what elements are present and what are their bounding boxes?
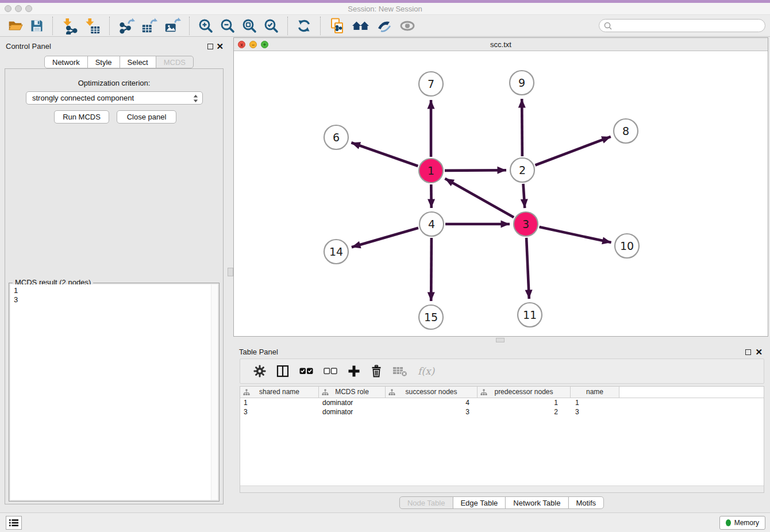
- open-session-button[interactable]: [7, 17, 24, 35]
- trash-icon: [371, 365, 382, 377]
- graph-edge-3-1[interactable]: [445, 179, 514, 217]
- home-network-button[interactable]: [352, 17, 370, 35]
- tab-select[interactable]: Select: [120, 56, 156, 68]
- float-table-panel-icon[interactable]: [745, 349, 751, 355]
- column-label: shared name: [259, 388, 299, 396]
- optimization-criterion-label: Optimization criterion:: [5, 79, 223, 87]
- tab-network[interactable]: Network: [44, 56, 88, 68]
- table-horizontal-scrollbar[interactable]: [240, 485, 764, 492]
- vertical-splitter-handle[interactable]: [228, 268, 233, 276]
- optimization-criterion-select[interactable]: strongly connected component: [26, 91, 203, 105]
- tab-network-table[interactable]: Network Table: [505, 496, 568, 509]
- select-all-button[interactable]: [299, 362, 313, 380]
- graph-edge-4-15[interactable]: [431, 238, 432, 301]
- graph-edge-3-10[interactable]: [539, 227, 611, 242]
- split-columns-icon: [276, 365, 289, 377]
- close-table-panel-icon[interactable]: ✕: [755, 348, 763, 356]
- close-panel-icon[interactable]: ✕: [216, 43, 224, 51]
- apply-layout-button[interactable]: [296, 17, 312, 35]
- hierarchy-icon: [243, 389, 250, 396]
- copy-network-button[interactable]: [329, 17, 346, 35]
- table-cell: 3: [571, 407, 619, 417]
- search-input[interactable]: [599, 19, 765, 32]
- export-table-button[interactable]: [141, 17, 158, 35]
- tab-mcds[interactable]: MCDS: [156, 56, 194, 68]
- hierarchy-icon: [480, 389, 487, 396]
- network-frame-titlebar[interactable]: x – + scc.txt: [234, 38, 768, 51]
- search-icon: [603, 21, 613, 30]
- network-canvas-svg[interactable]: 1234678910111415: [234, 51, 768, 336]
- horizontal-splitter-handle[interactable]: [496, 338, 505, 342]
- graph-node-label: 8: [622, 125, 629, 137]
- graph-edge-3-11[interactable]: [526, 238, 529, 299]
- import-network-icon: [61, 17, 78, 34]
- mcds-result-area[interactable]: 1 3: [10, 284, 218, 500]
- column-header-shared-name[interactable]: shared name: [240, 387, 319, 398]
- memory-button[interactable]: Memory: [719, 516, 765, 530]
- zoom-out-button[interactable]: [220, 17, 236, 35]
- graph-node-label: 9: [518, 76, 525, 89]
- column-label: predecessor nodes: [494, 388, 553, 396]
- task-history-button[interactable]: [6, 516, 22, 530]
- copy-network-icon: [329, 17, 346, 34]
- save-disk-icon: [29, 18, 44, 33]
- zoom-in-button[interactable]: [198, 17, 214, 35]
- graph-edge-1-6[interactable]: [351, 142, 418, 166]
- refresh-icon: [296, 18, 312, 34]
- graph-node-label: 1: [428, 164, 434, 177]
- graph-node-label: 14: [329, 245, 343, 258]
- zoom-fit-icon: [241, 18, 257, 34]
- close-panel-button[interactable]: Close panel: [117, 110, 176, 124]
- toolbar-search: [599, 19, 765, 32]
- save-session-button[interactable]: [29, 17, 44, 35]
- network-view-frame: x – + scc.txt 1234678910111415: [233, 37, 768, 337]
- column-header-mcds-role[interactable]: MCDS role: [319, 387, 386, 398]
- graph-edge-1-2[interactable]: [445, 170, 506, 171]
- hierarchy-icon: [388, 389, 395, 396]
- toolbar-separator: [320, 17, 321, 35]
- graph-node-label: 6: [333, 131, 340, 144]
- run-mcds-button[interactable]: Run MCDS: [54, 110, 109, 124]
- graph-node-label: 11: [523, 309, 537, 321]
- table-panel: Table Panel ✕: [233, 342, 770, 512]
- zoom-selected-button[interactable]: [263, 17, 279, 35]
- split-columns-button[interactable]: [276, 362, 289, 380]
- float-panel-icon[interactable]: [207, 44, 213, 49]
- table-row[interactable]: 1dominator411: [240, 398, 764, 407]
- column-header-successor-nodes[interactable]: successor nodes: [386, 387, 478, 398]
- eye-button[interactable]: [399, 17, 416, 35]
- import-network-button[interactable]: [61, 17, 78, 35]
- zoom-fit-button[interactable]: [241, 17, 257, 35]
- table-cell: 4: [386, 398, 478, 407]
- column-header-predecessor-nodes[interactable]: predecessor nodes: [478, 387, 571, 398]
- delete-table-button[interactable]: [392, 362, 407, 380]
- table-cell: 1: [478, 398, 571, 407]
- graph-edge-2-3[interactable]: [523, 184, 525, 208]
- import-table-button[interactable]: [84, 17, 101, 35]
- table-cell: 1: [240, 398, 319, 407]
- column-header-name[interactable]: name: [571, 387, 619, 398]
- table-cell: dominator: [319, 407, 386, 417]
- graph-edge-2-9[interactable]: [522, 99, 522, 156]
- table-settings-button[interactable]: [253, 362, 266, 380]
- tab-style[interactable]: Style: [87, 56, 120, 68]
- select-chevrons-icon: [193, 94, 198, 103]
- tab-edge-table[interactable]: Edge Table: [452, 496, 506, 509]
- tab-motifs[interactable]: Motifs: [568, 496, 604, 509]
- window-title: Session: New Session: [0, 5, 770, 13]
- graph-edge-2-8[interactable]: [535, 137, 610, 165]
- table-row[interactable]: 3dominator323: [240, 407, 764, 417]
- export-network-button[interactable]: [118, 17, 135, 35]
- unselect-all-button[interactable]: [324, 362, 337, 380]
- tab-node-table[interactable]: Node Table: [399, 496, 453, 509]
- table-cell: 2: [478, 407, 571, 417]
- delete-column-button[interactable]: [371, 362, 382, 380]
- add-column-button[interactable]: [348, 362, 360, 380]
- toggle-graphics-details-button[interactable]: [376, 17, 393, 35]
- function-builder-button[interactable]: f(x): [418, 362, 434, 380]
- graph-node-label: 15: [424, 311, 438, 323]
- export-image-button[interactable]: [164, 17, 181, 35]
- graph-edge-4-14[interactable]: [352, 228, 418, 248]
- column-label: successor nodes: [405, 388, 457, 396]
- mcds-result-scrollbar[interactable]: [211, 284, 218, 500]
